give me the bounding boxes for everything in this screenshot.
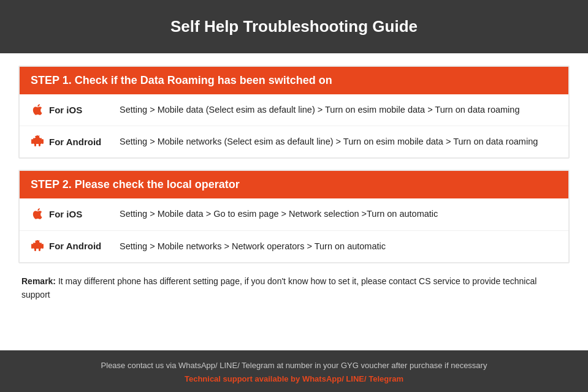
step1-ios-platform: For iOS	[49, 105, 82, 115]
step1-android-text: Setting > Mobile networks (Select esim a…	[120, 135, 557, 149]
main-content: STEP 1. Check if the Data Roaming has be…	[0, 53, 588, 350]
step1-android-platform: For Android	[49, 137, 101, 147]
step1-card: STEP 1. Check if the Data Roaming has be…	[18, 66, 570, 159]
step2-body: For iOS Setting > Mobile data > Go to es…	[20, 198, 568, 262]
page-title: Self Help Troubleshooting Guide	[12, 17, 576, 36]
page-header: Self Help Troubleshooting Guide	[0, 0, 588, 53]
apple-icon-2	[31, 207, 44, 221]
step2-ios-row: For iOS Setting > Mobile data > Go to es…	[20, 198, 568, 230]
android-icon	[31, 135, 44, 148]
step1-ios-text: Setting > Mobile data (Select esim as de…	[120, 103, 557, 117]
footer: Please contact us via WhatsApp/ LINE/ Te…	[0, 350, 588, 392]
remark-text: It may different phone has different set…	[21, 276, 536, 300]
android-icon-2	[31, 239, 44, 253]
step2-card: STEP 2. Please check the local operator …	[18, 170, 570, 263]
step2-ios-text: Setting > Mobile data > Go to esim page …	[120, 207, 557, 221]
step2-header: STEP 2. Please check the local operator	[20, 171, 568, 198]
step2-ios-label: For iOS	[31, 207, 120, 221]
remark-label: Remark:	[21, 276, 56, 286]
step2-android-row: For Android Setting > Mobile networks > …	[20, 231, 568, 262]
step1-android-label: For Android	[31, 135, 120, 148]
step2-android-label: For Android	[31, 239, 120, 253]
remark-section: Remark: It may different phone has diffe…	[18, 274, 570, 302]
apple-icon	[31, 103, 44, 116]
step2-title: STEP 2. Please check the local operator	[31, 178, 240, 190]
step2-ios-platform: For iOS	[49, 209, 82, 219]
step1-body: For iOS Setting > Mobile data (Select es…	[20, 94, 568, 157]
step2-android-platform: For Android	[49, 241, 101, 251]
step1-android-row: For Android Setting > Mobile networks (S…	[20, 126, 568, 157]
step1-ios-row: For iOS Setting > Mobile data (Select es…	[20, 94, 568, 126]
step2-android-text: Setting > Mobile networks > Network oper…	[120, 239, 557, 254]
step1-title: STEP 1. Check if the Data Roaming has be…	[31, 74, 332, 86]
step1-ios-label: For iOS	[31, 103, 120, 116]
footer-line2: Technical support available by WhatsApp/…	[12, 372, 576, 386]
footer-line1: Please contact us via WhatsApp/ LINE/ Te…	[12, 359, 576, 372]
step1-header: STEP 1. Check if the Data Roaming has be…	[20, 67, 568, 94]
